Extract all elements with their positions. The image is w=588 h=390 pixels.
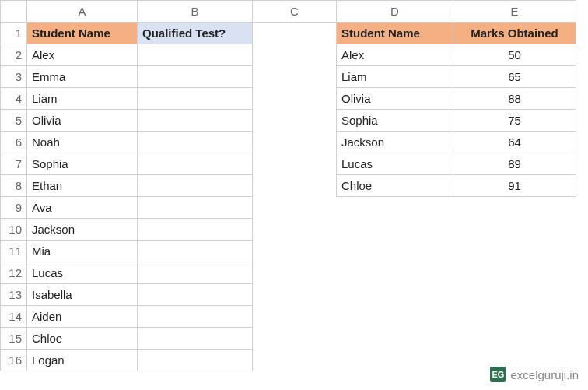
- cell-E15[interactable]: [453, 328, 576, 350]
- cell-D14[interactable]: [337, 306, 453, 328]
- cell-B10[interactable]: [138, 219, 253, 241]
- cell-B7[interactable]: [138, 153, 253, 175]
- cell-C1[interactable]: [253, 23, 337, 44]
- cell-A7[interactable]: Sophia: [27, 153, 138, 175]
- row-header-16[interactable]: 16: [1, 350, 27, 371]
- row-header-4[interactable]: 4: [1, 88, 27, 110]
- cell-E5[interactable]: 75: [453, 110, 576, 132]
- row-header-1[interactable]: 1: [1, 23, 27, 44]
- cell-E11[interactable]: [453, 241, 576, 262]
- cell-A4[interactable]: Liam: [27, 88, 138, 110]
- cell-C11[interactable]: [253, 241, 337, 262]
- cell-C9[interactable]: [253, 197, 337, 219]
- cell-E8[interactable]: 91: [453, 175, 576, 197]
- cell-D13[interactable]: [337, 284, 453, 306]
- cell-C14[interactable]: [253, 306, 337, 328]
- cell-E3[interactable]: 65: [453, 66, 576, 88]
- row-header-14[interactable]: 14: [1, 306, 27, 328]
- cell-B3[interactable]: [138, 66, 253, 88]
- cell-E10[interactable]: [453, 219, 576, 241]
- cell-C6[interactable]: [253, 132, 337, 153]
- cell-B2[interactable]: [138, 44, 253, 66]
- row-header-9[interactable]: 9: [1, 197, 27, 219]
- select-all-corner[interactable]: [1, 1, 27, 23]
- cell-A14[interactable]: Aiden: [27, 306, 138, 328]
- cell-C13[interactable]: [253, 284, 337, 306]
- cell-C4[interactable]: [253, 88, 337, 110]
- cell-A10[interactable]: Jackson: [27, 219, 138, 241]
- row-header-13[interactable]: 13: [1, 284, 27, 306]
- cell-C5[interactable]: [253, 110, 337, 132]
- cell-C16[interactable]: [253, 350, 337, 371]
- cell-E14[interactable]: [453, 306, 576, 328]
- col-header-E[interactable]: E: [453, 1, 576, 23]
- cell-D7[interactable]: Lucas: [337, 153, 453, 175]
- cell-B13[interactable]: [138, 284, 253, 306]
- cell-B4[interactable]: [138, 88, 253, 110]
- cell-C15[interactable]: [253, 328, 337, 350]
- cell-E13[interactable]: [453, 284, 576, 306]
- cell-A6[interactable]: Noah: [27, 132, 138, 153]
- cell-C10[interactable]: [253, 219, 337, 241]
- row-header-5[interactable]: 5: [1, 110, 27, 132]
- cell-A5[interactable]: Olivia: [27, 110, 138, 132]
- cell-A8[interactable]: Ethan: [27, 175, 138, 197]
- cell-D9[interactable]: [337, 197, 453, 219]
- cell-D10[interactable]: [337, 219, 453, 241]
- cell-E7[interactable]: 89: [453, 153, 576, 175]
- cell-A3[interactable]: Emma: [27, 66, 138, 88]
- row-header-12[interactable]: 12: [1, 262, 27, 284]
- cell-C7[interactable]: [253, 153, 337, 175]
- col-header-C[interactable]: C: [253, 1, 337, 23]
- cell-E4[interactable]: 88: [453, 88, 576, 110]
- cell-A11[interactable]: Mia: [27, 241, 138, 262]
- col-header-D[interactable]: D: [337, 1, 453, 23]
- cell-E1[interactable]: Marks Obtained: [453, 23, 576, 44]
- cell-A15[interactable]: Chloe: [27, 328, 138, 350]
- cell-B12[interactable]: [138, 262, 253, 284]
- cell-B8[interactable]: [138, 175, 253, 197]
- cell-D1[interactable]: Student Name: [337, 23, 453, 44]
- cell-C8[interactable]: [253, 175, 337, 197]
- cell-C12[interactable]: [253, 262, 337, 284]
- row-header-6[interactable]: 6: [1, 132, 27, 153]
- cell-E2[interactable]: 50: [453, 44, 576, 66]
- row-header-8[interactable]: 8: [1, 175, 27, 197]
- spreadsheet-grid[interactable]: A B C D E 1Student NameQualified Test?St…: [0, 0, 576, 371]
- cell-B6[interactable]: [138, 132, 253, 153]
- cell-A9[interactable]: Ava: [27, 197, 138, 219]
- cell-A12[interactable]: Lucas: [27, 262, 138, 284]
- cell-E12[interactable]: [453, 262, 576, 284]
- row-header-10[interactable]: 10: [1, 219, 27, 241]
- cell-E9[interactable]: [453, 197, 576, 219]
- cell-A2[interactable]: Alex: [27, 44, 138, 66]
- cell-D12[interactable]: [337, 262, 453, 284]
- cell-A16[interactable]: Logan: [27, 350, 138, 371]
- row-header-2[interactable]: 2: [1, 44, 27, 66]
- cell-E6[interactable]: 64: [453, 132, 576, 153]
- row-header-11[interactable]: 11: [1, 241, 27, 262]
- cell-B9[interactable]: [138, 197, 253, 219]
- row-header-15[interactable]: 15: [1, 328, 27, 350]
- cell-D11[interactable]: [337, 241, 453, 262]
- col-header-A[interactable]: A: [27, 1, 138, 23]
- cell-B15[interactable]: [138, 328, 253, 350]
- row-header-3[interactable]: 3: [1, 66, 27, 88]
- cell-B16[interactable]: [138, 350, 253, 371]
- cell-B5[interactable]: [138, 110, 253, 132]
- cell-D2[interactable]: Alex: [337, 44, 453, 66]
- cell-B11[interactable]: [138, 241, 253, 262]
- cell-C2[interactable]: [253, 44, 337, 66]
- cell-D8[interactable]: Chloe: [337, 175, 453, 197]
- cell-D4[interactable]: Olivia: [337, 88, 453, 110]
- cell-D5[interactable]: Sophia: [337, 110, 453, 132]
- cell-D3[interactable]: Liam: [337, 66, 453, 88]
- cell-C3[interactable]: [253, 66, 337, 88]
- col-header-B[interactable]: B: [138, 1, 253, 23]
- cell-D16[interactable]: [337, 350, 453, 371]
- cell-B14[interactable]: [138, 306, 253, 328]
- cell-D15[interactable]: [337, 328, 453, 350]
- cell-A1[interactable]: Student Name: [27, 23, 138, 44]
- row-header-7[interactable]: 7: [1, 153, 27, 175]
- cell-D6[interactable]: Jackson: [337, 132, 453, 153]
